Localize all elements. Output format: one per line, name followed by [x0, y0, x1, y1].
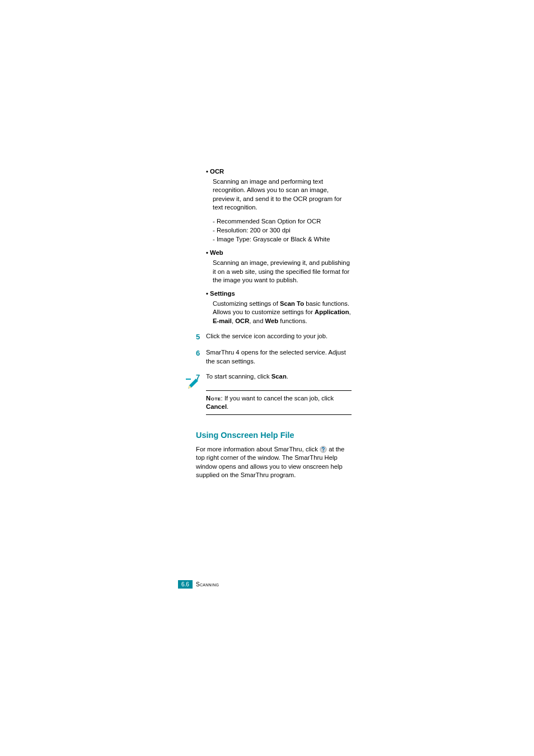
bullet-settings: • Settings	[206, 290, 352, 297]
step-5-text: Click the service icon according to your…	[206, 332, 352, 340]
note-label: Note	[206, 395, 221, 402]
step-6-number: 6	[196, 348, 206, 358]
page-footer: 6.6 Scanning	[178, 580, 219, 589]
step-6: 6 SmarThru 4 opens for the selected serv…	[206, 348, 352, 366]
bullet-ocr: • OCR	[206, 168, 352, 175]
ocr-sublist: - Recommended Scan Option for OCR - Reso…	[213, 217, 352, 244]
svg-rect-4	[189, 379, 191, 380]
note-icon	[185, 376, 200, 392]
section-heading: Using Onscreen Help File	[196, 431, 352, 440]
section-paragraph: For more information about SmarThru, cli…	[196, 445, 352, 479]
step-7: 7 To start scanning, click Scan.	[206, 372, 352, 382]
step-5-number: 5	[196, 332, 206, 342]
ocr-sub-1: - Recommended Scan Option for OCR	[213, 217, 352, 226]
step-6-text: SmarThru 4 opens for the selected servic…	[206, 348, 352, 366]
bullet-web: • Web	[206, 249, 352, 256]
bullet-ocr-label: OCR	[210, 168, 224, 175]
ocr-sub-2: - Resolution: 200 or 300 dpi	[213, 226, 352, 235]
main-content: • OCR Scanning an image and performing t…	[206, 168, 352, 479]
bullet-settings-desc: Customizing settings of Scan To basic fu…	[213, 300, 352, 325]
svg-point-1	[323, 451, 324, 451]
help-icon	[320, 446, 327, 453]
ocr-sub-3: - Image Type: Grayscale or Black & White	[213, 235, 352, 244]
steps-list: 5 Click the service icon according to yo…	[206, 332, 352, 382]
svg-rect-3	[188, 379, 189, 380]
step-5: 5 Click the service icon according to yo…	[206, 332, 352, 342]
bullet-settings-label: Settings	[210, 290, 235, 297]
page-number-badge: 6.6	[178, 580, 193, 589]
bullet-web-label: Web	[210, 249, 223, 256]
note-block: Note: If you want to cancel the scan job…	[206, 390, 352, 416]
step-7-text: To start scanning, click Scan.	[206, 372, 352, 381]
chapter-label: Scanning	[196, 581, 219, 587]
bullet-web-desc: Scanning an image, previewing it, and pu…	[213, 259, 352, 284]
bullet-ocr-desc: Scanning an image and performing text re…	[213, 178, 352, 212]
svg-rect-2	[186, 379, 188, 380]
